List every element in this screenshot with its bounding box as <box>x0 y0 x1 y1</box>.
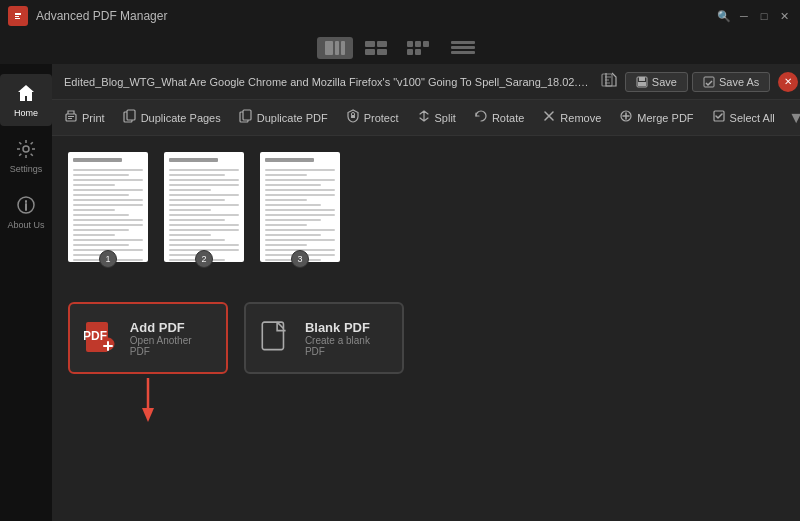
add-pdf-subtitle: Open Another PDF <box>130 335 214 357</box>
file-name: Edited_Blog_WTG_What Are Google Chrome a… <box>64 76 593 88</box>
select-all-label: Select All <box>730 112 775 124</box>
blank-pdf-title: Blank PDF <box>305 320 390 335</box>
svg-rect-14 <box>451 46 475 49</box>
merge-pdf-icon <box>619 109 633 126</box>
print-button[interactable]: Print <box>56 105 113 130</box>
view-tab-3[interactable] <box>399 37 439 59</box>
svg-rect-8 <box>407 41 413 47</box>
pages-row: 1 <box>68 152 794 262</box>
blank-pdf-card[interactable]: Blank PDF Create a blank PDF <box>244 302 404 374</box>
svg-point-16 <box>23 146 29 152</box>
svg-rect-11 <box>407 49 413 55</box>
page-image-3 <box>260 152 340 262</box>
close-file-button[interactable]: ✕ <box>778 72 798 92</box>
file-menu-icon[interactable] <box>601 72 617 91</box>
save-as-button[interactable]: Save As <box>692 72 770 92</box>
blank-pdf-subtitle: Create a blank PDF <box>305 335 390 357</box>
title-bar: Advanced PDF Manager 🔍 ─ □ ✕ <box>0 0 800 32</box>
svg-rect-30 <box>351 115 355 118</box>
print-label: Print <box>82 112 105 124</box>
svg-rect-2 <box>335 41 339 55</box>
protect-icon <box>346 109 360 126</box>
toolbar: Print Duplicate Pages Du <box>52 100 800 136</box>
merge-pdf-label: Merge PDF <box>637 112 693 124</box>
title-bar-left: Advanced PDF Manager <box>8 6 167 26</box>
duplicate-pdf-button[interactable]: Duplicate PDF <box>231 105 336 130</box>
duplicate-pdf-label: Duplicate PDF <box>257 112 328 124</box>
page-number-2: 2 <box>195 250 213 268</box>
view-tab-1[interactable] <box>317 37 353 59</box>
svg-rect-24 <box>68 116 74 117</box>
add-pdf-title: Add PDF <box>130 320 214 335</box>
svg-rect-5 <box>377 41 387 47</box>
rotate-button[interactable]: Rotate <box>466 105 532 130</box>
page-thumb-3[interactable]: 3 <box>260 152 340 262</box>
svg-rect-3 <box>341 41 345 55</box>
remove-label: Remove <box>560 112 601 124</box>
svg-rect-13 <box>451 41 475 44</box>
split-label: Split <box>435 112 456 124</box>
svg-rect-27 <box>127 110 135 120</box>
rotate-icon <box>474 109 488 126</box>
file-bar: Edited_Blog_WTG_What Are Google Chrome a… <box>52 64 800 100</box>
content-area: Edited_Blog_WTG_What Are Google Chrome a… <box>52 64 800 521</box>
duplicate-pages-button[interactable]: Duplicate Pages <box>115 105 229 130</box>
svg-rect-6 <box>365 49 375 55</box>
sidebar-item-settings[interactable]: Settings <box>0 130 52 182</box>
split-icon <box>417 109 431 126</box>
select-all-icon <box>712 109 726 126</box>
sidebar-home-label: Home <box>14 108 38 118</box>
protect-button[interactable]: Protect <box>338 105 407 130</box>
remove-button[interactable]: Remove <box>534 105 609 130</box>
svg-rect-22 <box>704 77 714 87</box>
add-pdf-text: Add PDF Open Another PDF <box>130 320 214 357</box>
svg-rect-12 <box>415 49 421 55</box>
rotate-label: Rotate <box>492 112 524 124</box>
svg-rect-9 <box>415 41 421 47</box>
pages-area: 1 <box>52 136 800 521</box>
split-button[interactable]: Split <box>409 105 464 130</box>
save-as-label: Save As <box>719 76 759 88</box>
sidebar-about-label: About Us <box>7 220 44 230</box>
add-pdf-icon: PDF <box>82 318 118 358</box>
page-thumb-2[interactable]: 2 <box>164 152 244 262</box>
title-bar-controls: 🔍 ─ □ ✕ <box>716 8 792 24</box>
tab-bar <box>0 32 800 64</box>
app-title: Advanced PDF Manager <box>36 9 167 23</box>
svg-rect-20 <box>639 77 645 81</box>
svg-rect-7 <box>377 49 387 55</box>
maximize-button[interactable]: □ <box>756 8 772 24</box>
page-number-1: 1 <box>99 250 117 268</box>
print-icon <box>64 109 78 126</box>
blank-pdf-text: Blank PDF Create a blank PDF <box>305 320 390 357</box>
close-button[interactable]: ✕ <box>776 8 792 24</box>
sidebar-settings-label: Settings <box>10 164 43 174</box>
minimize-button[interactable]: ─ <box>736 8 752 24</box>
sidebar-item-home[interactable]: Home <box>0 74 52 126</box>
duplicate-pages-label: Duplicate Pages <box>141 112 221 124</box>
page-thumb-1[interactable]: 1 <box>68 152 148 262</box>
svg-rect-4 <box>365 41 375 47</box>
merge-pdf-button[interactable]: Merge PDF <box>611 105 701 130</box>
page-image-2 <box>164 152 244 262</box>
settings-icon <box>15 138 37 160</box>
toolbar-more-button[interactable]: ▼ <box>786 108 800 128</box>
view-tab-4[interactable] <box>443 37 483 59</box>
app-icon <box>8 6 28 26</box>
remove-icon <box>542 109 556 126</box>
save-button[interactable]: Save <box>625 72 688 92</box>
pdf-cards-row: PDF Add PDF Open Another PDF <box>68 302 794 374</box>
duplicate-pdf-icon <box>239 109 253 126</box>
view-tab-2[interactable] <box>357 37 395 59</box>
svg-rect-29 <box>243 110 251 120</box>
svg-rect-23 <box>66 114 76 121</box>
select-all-button[interactable]: Select All <box>704 105 783 130</box>
file-actions: Save Save As <box>625 72 770 92</box>
page-number-3: 3 <box>291 250 309 268</box>
search-button[interactable]: 🔍 <box>716 8 732 24</box>
main-layout: Home Settings About Us Edited <box>0 64 800 521</box>
save-label: Save <box>652 76 677 88</box>
add-pdf-card[interactable]: PDF Add PDF Open Another PDF <box>68 302 228 374</box>
page-image-1 <box>68 152 148 262</box>
sidebar-item-about[interactable]: About Us <box>0 186 52 238</box>
